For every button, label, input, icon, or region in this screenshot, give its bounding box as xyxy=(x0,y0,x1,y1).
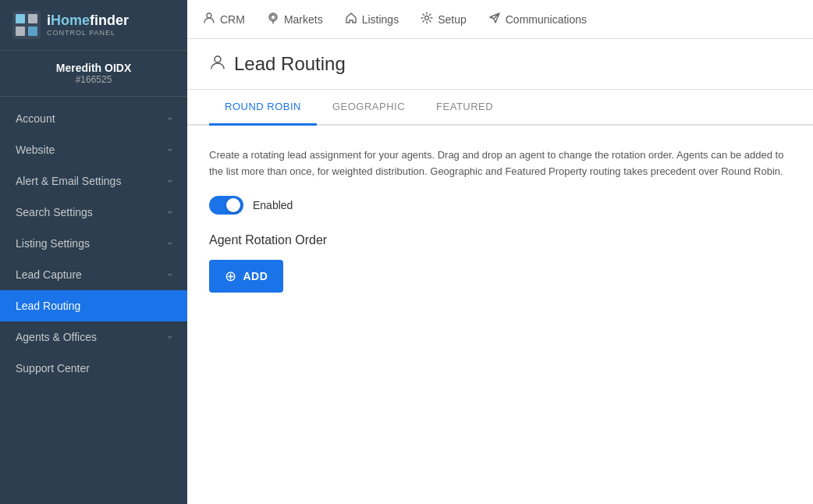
nav-label: Setup xyxy=(438,13,467,26)
section-title: Agent Rotation Order xyxy=(209,233,791,247)
sidebar-item-label: Lead Capture xyxy=(16,268,82,281)
user-name: Meredith OIDX xyxy=(12,62,175,74)
nav-item-listings[interactable]: Listings xyxy=(345,12,399,27)
svg-point-8 xyxy=(215,56,221,62)
nav-label: Listings xyxy=(362,13,399,26)
sidebar-item-label: Website xyxy=(16,144,55,156)
chevron-down-icon: › xyxy=(165,273,176,276)
sidebar-item-lead-capture[interactable]: Lead Capture› xyxy=(0,259,187,290)
toggle-label: Enabled xyxy=(253,199,293,211)
svg-point-7 xyxy=(425,16,429,20)
nav-item-crm[interactable]: CRM xyxy=(203,12,245,27)
sidebar-item-label: Alert & Email Settings xyxy=(16,175,121,187)
svg-rect-4 xyxy=(28,27,37,36)
sidebar-item-label: Agents & Offices xyxy=(16,331,97,343)
sidebar-item-support-center[interactable]: Support Center xyxy=(0,353,187,384)
markets-icon xyxy=(267,12,279,27)
chevron-down-icon: › xyxy=(165,179,176,183)
svg-rect-2 xyxy=(28,14,37,23)
nav-item-setup[interactable]: Setup xyxy=(421,12,467,27)
sidebar-item-account[interactable]: Account› xyxy=(0,103,187,134)
svg-point-6 xyxy=(271,15,275,20)
sidebar-item-label: Listing Settings xyxy=(16,237,90,250)
chevron-down-icon: › xyxy=(165,117,176,120)
lead-routing-icon xyxy=(209,54,226,75)
main-content: Lead Routing ROUND ROBINGEOGRAPHICFEATUR… xyxy=(187,39,813,504)
sidebar-item-agents---offices[interactable]: Agents & Offices› xyxy=(0,321,187,353)
sidebar-item-label: Account xyxy=(16,112,55,125)
content-area: Create a rotating lead assignment for yo… xyxy=(187,126,813,504)
top-nav: CRMMarketsListingsSetupCommunications xyxy=(187,0,813,39)
tab-bar: ROUND ROBINGEOGRAPHICFEATURED xyxy=(187,90,813,126)
svg-rect-1 xyxy=(16,14,25,23)
logo: iHomefinder CONTROL PANEL xyxy=(0,0,187,51)
nav-label: Markets xyxy=(284,13,323,26)
svg-point-5 xyxy=(207,13,211,18)
sidebar-item-lead-routing[interactable]: Lead Routing xyxy=(0,290,187,321)
listings-icon xyxy=(345,12,357,27)
logo-text: iHomefinder CONTROL PANEL xyxy=(47,12,129,37)
sidebar: iHomefinder CONTROL PANEL Meredith OIDX … xyxy=(0,0,187,504)
enabled-toggle[interactable] xyxy=(209,196,243,215)
logo-icon xyxy=(12,11,41,39)
sidebar-item-label: Support Center xyxy=(16,362,90,374)
crm-icon xyxy=(203,12,215,27)
sidebar-navigation: Account›Website›Alert & Email Settings›S… xyxy=(0,97,187,504)
toggle-row: Enabled xyxy=(209,196,791,215)
svg-rect-3 xyxy=(16,27,25,36)
sidebar-item-search-settings[interactable]: Search Settings› xyxy=(0,197,187,228)
chevron-down-icon: › xyxy=(165,242,176,245)
sidebar-item-label: Search Settings xyxy=(16,206,93,218)
page-title: Lead Routing xyxy=(234,53,346,75)
tab-round-robin[interactable]: ROUND ROBIN xyxy=(209,90,317,126)
chevron-down-icon: › xyxy=(165,211,176,214)
nav-label: Communications xyxy=(506,13,587,26)
communications-icon xyxy=(488,12,501,27)
tab-featured[interactable]: FEATURED xyxy=(421,90,509,126)
sidebar-item-website[interactable]: Website› xyxy=(0,134,187,165)
add-button[interactable]: ⊕ ADD xyxy=(209,260,283,293)
user-info: Meredith OIDX #166525 xyxy=(0,51,187,97)
chevron-down-icon: › xyxy=(165,148,176,151)
sidebar-item-label: Lead Routing xyxy=(16,300,80,312)
add-button-label: ADD xyxy=(243,270,268,282)
description: Create a rotating lead assignment for yo… xyxy=(209,147,791,180)
logo-subtext: CONTROL PANEL xyxy=(47,29,129,37)
chevron-down-icon: › xyxy=(165,335,176,339)
nav-item-communications[interactable]: Communications xyxy=(488,12,587,27)
tab-geographic[interactable]: GEOGRAPHIC xyxy=(317,90,421,126)
nav-item-markets[interactable]: Markets xyxy=(267,12,323,27)
sidebar-item-listing-settings[interactable]: Listing Settings› xyxy=(0,228,187,259)
page-header: Lead Routing xyxy=(187,39,813,90)
nav-label: CRM xyxy=(220,13,245,26)
user-id: #166525 xyxy=(12,74,175,85)
plus-icon: ⊕ xyxy=(225,268,237,285)
sidebar-item-alert---email-settings[interactable]: Alert & Email Settings› xyxy=(0,165,187,197)
setup-icon xyxy=(421,12,433,27)
